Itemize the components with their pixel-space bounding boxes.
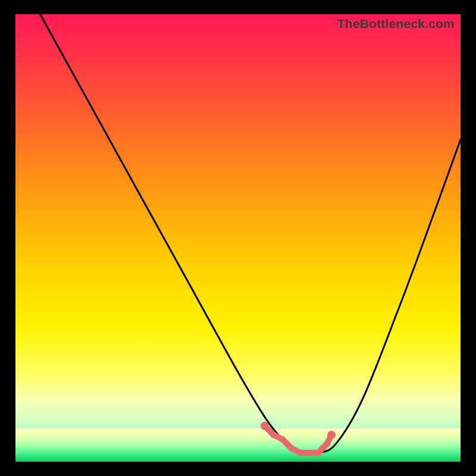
watermark-text: TheBottleneck.com xyxy=(337,17,455,31)
marker-dot xyxy=(270,431,277,438)
marker-dot xyxy=(327,431,336,439)
marker-dot xyxy=(279,436,286,443)
plot-area: TheBottleneck.com xyxy=(15,14,461,462)
chart-svg xyxy=(15,14,461,462)
bottleneck-curve xyxy=(15,14,461,454)
marker-dot xyxy=(261,422,269,430)
marker-dot xyxy=(306,450,312,456)
chart-frame: TheBottleneck.com xyxy=(15,14,461,462)
marker-dot xyxy=(288,445,295,452)
marker-dot xyxy=(324,440,330,447)
marker-dot xyxy=(297,450,303,456)
